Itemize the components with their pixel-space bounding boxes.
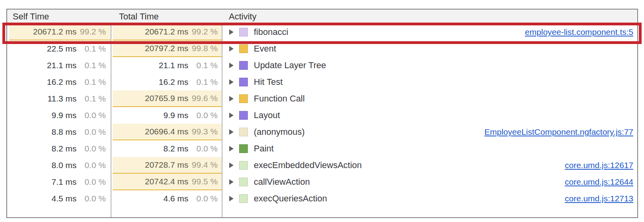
activity-label: execEmbeddedViewsAction <box>254 160 362 170</box>
activity-label: Hit Test <box>254 77 283 87</box>
activity-label: Paint <box>254 144 274 154</box>
self-time-value: 22.5 ms <box>47 44 77 54</box>
total-time-percent: 0.0 % <box>188 194 218 203</box>
self-time-value: 20671.2 ms <box>33 27 77 36</box>
total-time-value: 20765.9 ms <box>145 94 188 103</box>
self-time-percent: 0.1 % <box>77 44 106 54</box>
total-time-value: 9.9 ms <box>163 111 188 120</box>
activity-cell: Paint <box>222 140 637 157</box>
activity-label: Update Layer Tree <box>254 60 326 71</box>
self-time-percent: 0.0 % <box>77 144 106 153</box>
total-time-cell: 8.2 ms 0.0 % <box>111 140 222 157</box>
expand-arrow-icon[interactable] <box>229 113 234 118</box>
expand-arrow-icon[interactable] <box>229 63 234 68</box>
activity-cell: execQueriesAction core.umd.js:12713 <box>222 190 637 207</box>
total-time-cell: 4.6 ms 0.0 % <box>111 190 222 207</box>
self-time-percent: 0.1 % <box>77 77 106 87</box>
table-row[interactable]: 8.0 ms 0.0 % 20728.7 ms 99.4 % execEmbed… <box>7 157 637 174</box>
js-function-icon <box>239 28 248 36</box>
self-time-value: 9.9 ms <box>52 111 77 120</box>
table-row[interactable]: 20671.2 ms 99.2 % 20671.2 ms 99.2 % fibo… <box>7 24 637 40</box>
self-time-percent: 0.0 % <box>77 161 106 170</box>
activity-cell: execEmbeddedViewsAction core.umd.js:1261… <box>222 157 637 174</box>
table-body: 20671.2 ms 99.2 % 20671.2 ms 99.2 % fibo… <box>7 24 637 207</box>
rendering-icon <box>239 78 248 86</box>
activity-label: fibonacci <box>254 27 288 37</box>
source-location-link[interactable]: EmployeeListComponent.ngfactory.js:77 <box>485 127 637 137</box>
total-time-cell: 20797.2 ms 99.8 % <box>111 40 222 57</box>
expand-arrow-icon[interactable] <box>229 79 234 85</box>
expand-arrow-icon[interactable] <box>229 96 234 101</box>
table-row[interactable]: 9.9 ms 0.0 % 9.9 ms 0.0 % Layout <box>7 107 637 124</box>
activity-cell: callViewAction core.umd.js:12644 <box>222 174 637 190</box>
activity-cell: fibonacci employee-list.component.ts:5 <box>222 24 637 40</box>
total-time-percent: 0.1 % <box>188 61 218 70</box>
total-time-cell: 20671.2 ms 99.2 % <box>111 24 222 40</box>
table-row[interactable]: 4.5 ms 0.0 % 4.6 ms 0.0 % execQueriesAct… <box>7 190 637 207</box>
self-time-value: 11.3 ms <box>48 94 77 103</box>
total-time-cell: 20728.7 ms 99.4 % <box>111 157 222 174</box>
total-time-percent: 99.4 % <box>188 160 218 170</box>
total-time-cell: 20696.4 ms 99.3 % <box>111 124 222 140</box>
column-divider <box>111 10 111 217</box>
source-location-link[interactable]: core.umd.js:12617 <box>565 161 637 170</box>
expand-arrow-icon[interactable] <box>229 163 234 168</box>
self-time-value: 8.0 ms <box>52 161 77 170</box>
expand-arrow-icon[interactable] <box>229 179 234 185</box>
table-row[interactable]: 11.3 ms 0.1 % 20765.9 ms 99.6 % Function… <box>7 90 637 107</box>
self-time-cell: 4.5 ms 0.0 % <box>7 190 111 207</box>
activity-cell: Update Layer Tree <box>222 57 637 74</box>
column-header-total-time[interactable]: Total Time <box>111 10 222 23</box>
self-time-cell: 21.1 ms 0.1 % <box>7 57 111 74</box>
table-row[interactable]: 7.1 ms 0.0 % 20742.4 ms 99.5 % callViewA… <box>7 174 637 190</box>
self-time-percent: 99.2 % <box>77 27 106 36</box>
self-time-value: 8.8 ms <box>52 127 77 137</box>
source-location-link[interactable]: core.umd.js:12644 <box>565 177 637 187</box>
self-time-value: 7.1 ms <box>52 177 77 187</box>
activity-label: Event <box>254 44 276 54</box>
total-time-percent: 99.5 % <box>188 177 218 186</box>
activity-label: execQueriesAction <box>254 193 327 204</box>
activity-label: callViewAction <box>254 177 310 187</box>
total-time-value: 4.6 ms <box>163 194 188 203</box>
self-time-cell: 16.2 ms 0.1 % <box>7 74 111 90</box>
painting-icon <box>239 144 248 153</box>
js-function-icon <box>239 194 248 203</box>
table-header: Self Time Total Time Activity <box>7 10 637 24</box>
table-row[interactable]: 16.2 ms 0.1 % 16.2 ms 0.1 % Hit Test <box>7 74 637 90</box>
source-location-link[interactable]: core.umd.js:12713 <box>565 194 637 203</box>
total-time-cell: 16.2 ms 0.1 % <box>111 74 222 90</box>
source-location-link[interactable]: employee-list.component.ts:5 <box>525 27 637 37</box>
rendering-icon <box>239 111 248 120</box>
total-time-value: 20742.4 ms <box>145 177 188 186</box>
activity-cell: Event <box>222 40 637 57</box>
table-row[interactable]: 22.5 ms 0.1 % 20797.2 ms 99.8 % Event <box>7 40 637 57</box>
expand-arrow-icon[interactable] <box>229 129 234 135</box>
table-row[interactable]: 8.2 ms 0.0 % 8.2 ms 0.0 % Paint <box>7 140 637 157</box>
expand-arrow-icon[interactable] <box>229 146 234 151</box>
self-time-percent: 0.0 % <box>77 194 106 203</box>
expand-arrow-icon[interactable] <box>229 196 234 201</box>
devtools-performance-bottom-up-panel: Self Time Total Time Activity 20671.2 ms… <box>0 0 644 222</box>
table-row[interactable]: 21.1 ms 0.1 % 21.1 ms 0.1 % Update Layer… <box>7 57 637 74</box>
column-header-self-time[interactable]: Self Time <box>7 10 111 23</box>
total-time-value: 20728.7 ms <box>145 160 188 170</box>
table-row[interactable]: 8.8 ms 0.0 % 20696.4 ms 99.3 % (anonymou… <box>7 124 637 140</box>
total-time-percent: 99.6 % <box>188 94 218 103</box>
expand-arrow-icon[interactable] <box>229 46 234 52</box>
activity-cell: Function Call <box>222 90 637 107</box>
rendering-icon <box>239 61 248 70</box>
self-time-value: 16.2 ms <box>47 77 77 87</box>
total-time-percent: 0.0 % <box>188 144 218 153</box>
total-time-percent: 0.0 % <box>188 111 218 120</box>
column-header-activity[interactable]: Activity <box>222 10 637 23</box>
self-time-value: 8.2 ms <box>52 144 77 153</box>
self-time-cell: 8.8 ms 0.0 % <box>7 124 111 140</box>
total-time-value: 21.1 ms <box>159 61 188 70</box>
self-time-cell: 9.9 ms 0.0 % <box>7 107 111 124</box>
activity-label: (anonymous) <box>254 127 305 137</box>
self-time-cell: 22.5 ms 0.1 % <box>7 40 111 57</box>
self-time-percent: 0.0 % <box>77 111 106 120</box>
js-function-icon <box>239 161 248 170</box>
expand-arrow-icon[interactable] <box>229 29 234 35</box>
